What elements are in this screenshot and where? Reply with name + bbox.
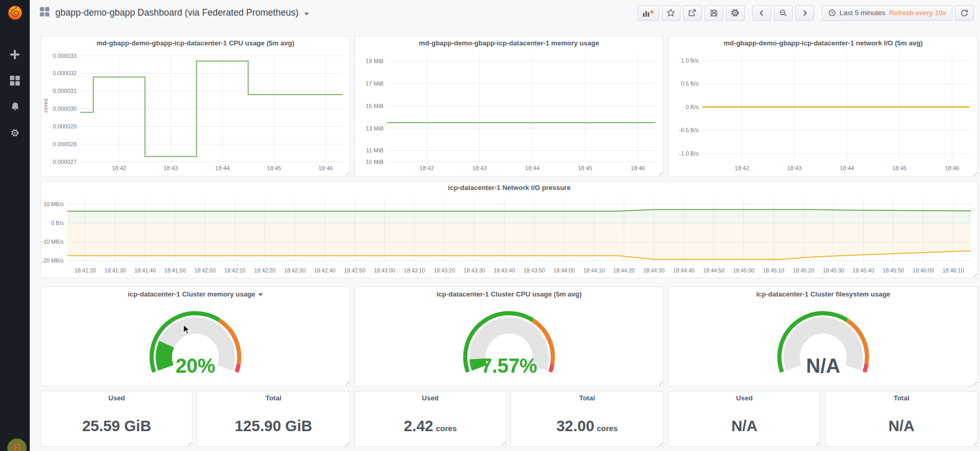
dashboard-toolbar: Last 5 minutesRefresh every 10s	[630, 5, 974, 21]
stat-unit: cores	[597, 424, 618, 433]
panel-resize-handle[interactable]	[186, 441, 192, 446]
gauge-panel-2: icp-datacenter-1 Cluster CPU usage (5m a…	[354, 287, 664, 386]
network-io-pressure-chart: 10 MB/s0 B/s-10 MB/s-20 MB/s18:41:2018:4…	[41, 193, 977, 279]
refresh-icon	[960, 9, 969, 17]
stat-panel-1: Used25.59 GiB	[41, 391, 193, 447]
svg-text:18:44: 18:44	[840, 165, 854, 171]
panel-title[interactable]: md-gbapp-demo-gbapp-icp-datacenter-1 CPU…	[41, 37, 350, 49]
svg-text:18:43:50: 18:43:50	[523, 267, 545, 274]
time-forward-button[interactable]	[795, 5, 814, 21]
panel-title[interactable]: Used	[355, 391, 506, 404]
svg-text:0.000029: 0.000029	[53, 123, 77, 129]
svg-text:20%: 20%	[175, 355, 215, 377]
memory-usage-chart: 19 MiB17 MiB15 MiB13 MiB11 MiB10 MiB18:4…	[355, 49, 663, 177]
svg-text:1.0 B/s: 1.0 B/s	[681, 57, 699, 64]
stat-value: N/A	[669, 418, 820, 435]
panel-title[interactable]: icp-datacenter-1 Cluster CPU usage (5m a…	[355, 287, 663, 301]
avatar-letter: H	[13, 442, 20, 451]
chevron-right-icon	[801, 9, 808, 17]
panel-resize-handle[interactable]	[972, 441, 977, 446]
gear-icon	[10, 128, 19, 139]
time-range-picker[interactable]: Last 5 minutesRefresh every 10s	[822, 5, 952, 21]
panel-title-text: icp-datacenter-1 Cluster memory usage	[128, 290, 255, 298]
dashboards-icon	[9, 75, 20, 88]
svg-text:18:44: 18:44	[215, 165, 230, 171]
svg-text:18:44:00: 18:44:00	[554, 267, 575, 274]
svg-text:10 MB/s: 10 MB/s	[43, 201, 64, 207]
toolbar-action-group	[638, 5, 745, 21]
caret-down-icon	[258, 290, 263, 298]
svg-text:18:44:10: 18:44:10	[583, 267, 605, 274]
svg-text:0.000031: 0.000031	[53, 88, 77, 94]
stat-value: N/A	[826, 418, 977, 435]
svg-text:18:42:30: 18:42:30	[284, 267, 305, 274]
sidebar-item-configuration[interactable]	[7, 127, 23, 140]
svg-text:18:45:30: 18:45:30	[823, 267, 844, 274]
svg-text:18:41:30: 18:41:30	[104, 267, 126, 274]
panel-resize-handle[interactable]	[658, 441, 663, 446]
refresh-button[interactable]	[955, 5, 974, 21]
toolbar-time-group: Last 5 minutesRefresh every 10s	[822, 5, 974, 21]
panel-title[interactable]: Used	[669, 391, 820, 404]
panel-title[interactable]: Used	[41, 391, 192, 404]
panel-title[interactable]: md-gbapp-demo-gbapp-icp-datacenter-1 net…	[669, 37, 977, 49]
sidebar-item-alerting[interactable]	[7, 101, 23, 114]
time-back-button[interactable]	[752, 5, 771, 21]
svg-text:18:42:40: 18:42:40	[314, 267, 336, 274]
svg-text:17 MiB: 17 MiB	[366, 80, 384, 87]
panel-title[interactable]: icp-datacenter-1 Cluster filesystem usag…	[669, 287, 977, 301]
svg-text:0.000028: 0.000028	[53, 141, 77, 147]
user-avatar[interactable]: H	[7, 438, 27, 451]
svg-text:0.000027: 0.000027	[53, 159, 77, 165]
svg-text:cores: cores	[42, 98, 49, 112]
stat-number: N/A	[889, 418, 915, 434]
gauge-3: N/A	[669, 301, 977, 388]
network-io-pressure-panel: icp-datacenter-1 Network I/O pressure10 …	[41, 181, 978, 278]
panel-resize-handle[interactable]	[344, 441, 349, 446]
panel-title-text: icp-datacenter-1 Cluster CPU usage (5m a…	[436, 290, 581, 298]
bell-icon	[10, 101, 20, 114]
svg-text:-1.0 B/s: -1.0 B/s	[679, 150, 699, 157]
panel-title-text: Total	[579, 394, 595, 402]
star-button[interactable]	[662, 5, 680, 21]
panel-title[interactable]: Total	[197, 391, 350, 404]
panel-title[interactable]: icp-datacenter-1 Cluster memory usage	[41, 287, 350, 301]
panel-title[interactable]: Total	[826, 391, 977, 404]
svg-text:11 MiB: 11 MiB	[366, 147, 384, 153]
zoom-out-button[interactable]	[774, 5, 793, 21]
stat-number: 32.00	[556, 418, 594, 434]
svg-text:18:41:50: 18:41:50	[164, 267, 186, 274]
panel-title-text: md-gbapp-demo-gbapp-icp-datacenter-1 net…	[724, 39, 923, 47]
save-button[interactable]	[704, 5, 723, 21]
settings-button[interactable]	[726, 5, 745, 21]
sidebar: H	[0, 0, 30, 451]
svg-text:18:42: 18:42	[735, 165, 749, 171]
share-button[interactable]	[683, 5, 702, 21]
stat-panel-5: UsedN/A	[668, 391, 820, 447]
svg-text:18:42:20: 18:42:20	[254, 267, 276, 274]
panel-title-text: md-gbapp-demo-gbapp-icp-datacenter-1 mem…	[419, 39, 599, 47]
grafana-dashboard: H gbapp-demo-gbapp Dashboard (via Federa…	[0, 0, 980, 451]
sidebar-item-dashboards[interactable]	[7, 75, 23, 88]
dashboard-title: gbapp-demo-gbapp Dashboard (via Federate…	[55, 7, 298, 18]
panel-title[interactable]: icp-datacenter-1 Network I/O pressure	[41, 182, 977, 193]
grafana-logo[interactable]	[0, 0, 30, 26]
add-panel-button[interactable]	[638, 5, 659, 21]
svg-text:18:46: 18:46	[631, 165, 646, 171]
svg-text:18:44:20: 18:44:20	[613, 267, 635, 274]
svg-text:0.000033: 0.000033	[53, 53, 77, 59]
dashboard-title-group[interactable]: gbapp-demo-gbapp Dashboard (via Federate…	[40, 7, 309, 19]
clock-icon	[828, 9, 836, 17]
gauge-panel-3: icp-datacenter-1 Cluster filesystem usag…	[668, 287, 978, 386]
stat-panel-3: Used2.42cores	[354, 391, 506, 447]
svg-text:18:45: 18:45	[892, 165, 907, 171]
panel-title[interactable]: Total	[511, 391, 663, 404]
gauge-1: 20%	[41, 301, 350, 388]
stat-panel-4: Total32.00cores	[510, 391, 664, 447]
panel-title[interactable]: md-gbapp-demo-gbapp-icp-datacenter-1 mem…	[355, 37, 663, 49]
sidebar-item-create[interactable]	[7, 49, 23, 62]
panel-resize-handle[interactable]	[814, 441, 819, 446]
svg-text:0.000032: 0.000032	[53, 70, 77, 76]
svg-text:18:42: 18:42	[420, 165, 434, 171]
panel-resize-handle[interactable]	[500, 441, 505, 446]
